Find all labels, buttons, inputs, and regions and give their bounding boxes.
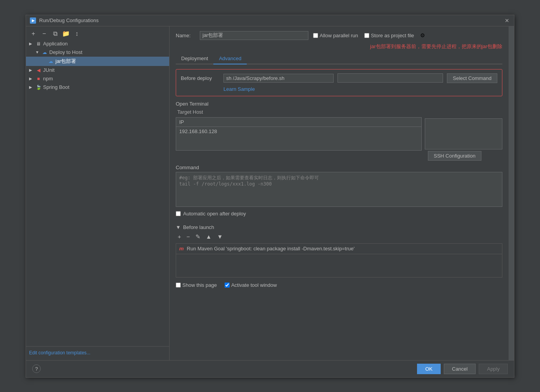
maven-row: m Run Maven Goal 'springboot: clean pack… <box>176 243 502 254</box>
options-row: Allow parallel run Store as project file… <box>313 32 502 38</box>
tree-toolbar: + − ⧉ 📁 ↕ <box>26 28 169 40</box>
ip-table: IP 192.168.160.128 <box>176 117 422 151</box>
before-launch-chevron: ▼ <box>176 224 181 230</box>
warning-text: jar包部署到服务器前，需要先停止进程，把原来的jar包删除 <box>176 43 502 50</box>
tabs-row: Deployment Advanced <box>176 53 502 64</box>
store-as-project-file-checkbox[interactable] <box>364 33 369 38</box>
tree-item-deploy-to-host[interactable]: ▼ ☁ Deploy to Host <box>26 48 169 57</box>
left-panel: + − ⧉ 📁 ↕ ▶ 🖥 Application ▼ ☁ Deploy to … <box>26 26 170 360</box>
ok-button[interactable]: OK <box>417 364 441 374</box>
tab-advanced[interactable]: Advanced <box>213 53 247 64</box>
jar-deploy-icon: ☁ <box>48 58 54 64</box>
right-scrollbar[interactable] <box>509 26 514 360</box>
before-launch-section: ▼ Before launch + − ✎ ▲ ▼ m Run Maven Go… <box>176 224 502 278</box>
dialog-body: + − ⧉ 📁 ↕ ▶ 🖥 Application ▼ ☁ Deploy to … <box>26 26 514 360</box>
dialog-icon: ▶ <box>30 17 36 24</box>
before-launch-edit-button[interactable]: ✎ <box>194 232 202 241</box>
target-host-row: Target Host IP 192.168.160.128 SSH Confi… <box>176 109 502 161</box>
gear-icon[interactable]: ⚙ <box>420 32 425 38</box>
select-command-button[interactable]: Select Command <box>447 73 497 83</box>
name-label: Name: <box>176 33 195 38</box>
folder-button[interactable]: 📁 <box>62 29 70 38</box>
target-table-wrap: Target Host IP 192.168.160.128 <box>176 109 422 154</box>
before-launch-label: Before launch <box>183 224 214 230</box>
command-textarea[interactable] <box>176 172 502 207</box>
run-debug-configurations-dialog: ▶ Run/Debug Configurations ✕ + − ⧉ 📁 ↕ ▶… <box>26 15 514 378</box>
name-row: Name: Allow parallel run Store as projec… <box>176 31 502 40</box>
name-input[interactable] <box>200 31 308 40</box>
ip-cell: 192.168.160.128 <box>176 127 421 150</box>
bottom-options: Show this page Activate tool window <box>176 282 502 288</box>
spring-boot-label: Spring Boot <box>43 84 69 90</box>
tree-item-junit[interactable]: ▶ ◀ JUnit <box>26 66 169 75</box>
maven-item-label: Run Maven Goal 'springboot: clean packag… <box>187 246 355 252</box>
ip-table-header: IP <box>176 118 421 127</box>
chevron-right-icon2: ▶ <box>29 68 34 72</box>
ip-row: 192.168.160.128 <box>176 127 421 150</box>
learn-sample-link[interactable]: Learn Sample <box>223 86 255 92</box>
ip-column-header: IP <box>176 118 421 127</box>
before-deploy-row: Before deploy Select Command <box>181 73 497 83</box>
junit-label: JUnit <box>43 67 55 73</box>
npm-icon: ■ <box>35 76 42 82</box>
sort-button[interactable]: ↕ <box>73 29 81 38</box>
copy-config-button[interactable]: ⧉ <box>51 29 59 38</box>
tree-item-spring-boot[interactable]: ▶ 🍃 Spring Boot <box>26 83 169 92</box>
application-label: Application <box>43 41 68 47</box>
before-deploy-label: Before deploy <box>181 75 220 81</box>
left-footer: Edit configuration templates... <box>26 346 169 359</box>
cancel-button[interactable]: Cancel <box>444 364 476 374</box>
activate-tool-window-text: Activate tool window <box>231 282 277 288</box>
help-button[interactable]: ? <box>32 364 41 373</box>
deploy-to-host-icon: ☁ <box>42 49 48 56</box>
jar-deploy-label: jar包部署 <box>55 58 76 65</box>
show-this-page-label[interactable]: Show this page <box>176 282 217 288</box>
open-terminal-label: Open Terminal <box>176 101 502 107</box>
tree-item-application[interactable]: ▶ 🖥 Application <box>26 40 169 48</box>
remove-config-button[interactable]: − <box>40 29 48 38</box>
right-panel: Name: Allow parallel run Store as projec… <box>170 26 509 360</box>
before-launch-down-button[interactable]: ▼ <box>215 232 225 241</box>
chevron-right-icon: ▶ <box>29 42 34 46</box>
allow-parallel-run-checkbox[interactable] <box>313 33 318 38</box>
junit-icon: ◀ <box>35 67 42 73</box>
chevron-down-icon: ▼ <box>35 50 40 54</box>
edit-templates-link[interactable]: Edit configuration templates... <box>29 350 90 356</box>
application-icon: 🖥 <box>35 41 42 47</box>
before-deploy-input[interactable] <box>223 74 334 83</box>
before-launch-header: ▼ Before launch <box>176 224 502 230</box>
dialog-footer: ? OK Cancel Apply <box>26 360 514 377</box>
show-this-page-text: Show this page <box>182 282 217 288</box>
close-button[interactable]: ✕ <box>504 17 510 24</box>
activate-tool-window-checkbox[interactable] <box>225 283 230 288</box>
auto-open-label: Automatic open after deploy <box>183 211 246 217</box>
auto-open-row: Automatic open after deploy <box>176 211 502 217</box>
tree-item-jar-deploy[interactable]: ☁ jar包部署 <box>26 57 169 66</box>
title-bar: ▶ Run/Debug Configurations ✕ <box>26 15 514 26</box>
store-as-project-file-label[interactable]: Store as project file <box>364 33 414 38</box>
apply-button[interactable]: Apply <box>479 364 508 374</box>
target-host-label: Target Host <box>177 109 422 115</box>
ssh-configuration-button[interactable]: SSH Configuration <box>428 151 481 161</box>
before-launch-remove-button[interactable]: − <box>185 232 192 241</box>
tab-deployment[interactable]: Deployment <box>176 53 213 64</box>
chevron-right-icon3: ▶ <box>29 76 34 81</box>
allow-parallel-run-label[interactable]: Allow parallel run <box>313 33 358 38</box>
auto-open-checkbox[interactable] <box>176 211 181 216</box>
before-launch-add-button[interactable]: + <box>176 232 183 241</box>
before-launch-toolbar: + − ✎ ▲ ▼ <box>176 232 502 241</box>
spring-boot-icon: 🍃 <box>35 84 42 90</box>
npm-label: npm <box>43 76 53 82</box>
maven-icon: m <box>179 246 184 252</box>
before-launch-up-button[interactable]: ▲ <box>204 232 214 241</box>
add-config-button[interactable]: + <box>29 29 38 38</box>
footer-left: ? <box>32 364 41 373</box>
dialog-title: Run/Debug Configurations <box>39 17 501 23</box>
command-label: Command <box>176 165 502 170</box>
tree-item-npm[interactable]: ▶ ■ npm <box>26 75 169 83</box>
deploy-to-host-label: Deploy to Host <box>49 49 82 55</box>
activate-tool-window-label[interactable]: Activate tool window <box>225 282 277 288</box>
show-this-page-checkbox[interactable] <box>176 283 181 288</box>
chevron-right-icon4: ▶ <box>29 85 34 89</box>
before-deploy-box: Before deploy Select Command Learn Sampl… <box>176 69 502 96</box>
